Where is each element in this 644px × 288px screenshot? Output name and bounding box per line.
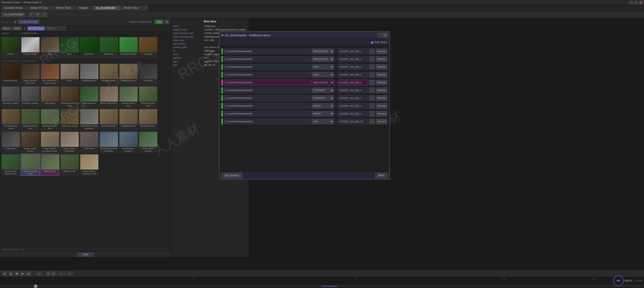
list-item[interactable]: Huge Canyon Sandstone <box>60 131 79 153</box>
lib-remove-btn-5[interactable]: Remove <box>376 80 387 85</box>
lib-name-input-10[interactable] <box>338 119 368 124</box>
lib-type-select-1[interactable]: MEGASCANS <box>311 49 334 54</box>
lib-type-select-3[interactable]: HDRI <box>311 64 334 70</box>
list-item[interactable]: Cactus <box>1 36 20 59</box>
list-item[interactable]: Wooden Sticks And Twigs <box>60 86 79 108</box>
lib-dots-btn-2[interactable]: ⋯ <box>369 56 375 62</box>
lib-name-input-1[interactable] <box>338 49 368 54</box>
lib-type-select-6[interactable]: AXTERIOR <box>311 88 334 93</box>
timeline-play-btn[interactable]: ▶ <box>20 271 25 276</box>
list-item[interactable]: Firewood Pack <box>1 63 20 85</box>
tab-geometry-script[interactable]: Geometry Script × <box>1 6 27 11</box>
lib-name-input-5[interactable] <box>338 80 368 85</box>
lib-name-input-6[interactable] <box>338 88 368 93</box>
list-item[interactable]: plant assorted <box>79 86 99 108</box>
lib-remove-btn-2[interactable]: Remove <box>376 56 387 62</box>
addlib-add-library-btn[interactable]: Add Library <box>375 41 387 44</box>
info-btn[interactable]: i <box>42 12 47 17</box>
list-item[interactable]: Trash Bag <box>138 63 157 85</box>
list-item[interactable]: Wooden Ammo Crate <box>138 86 157 108</box>
tab-python-shell[interactable]: Python Shell × <box>53 6 75 11</box>
list-item[interactable]: Nordic Beach Ground <box>138 131 157 153</box>
atlas-filter[interactable]: Atlas ▾ <box>12 26 22 30</box>
lib-remove-btn-1[interactable]: Remove <box>376 49 387 54</box>
lib-name-input-3[interactable] <box>338 64 368 70</box>
list-item[interactable]: Mossy Nordic Beach Rock <box>1 154 20 176</box>
list-item[interactable]: Chipped Marble <box>21 36 40 59</box>
list-item[interactable]: Trash Bag <box>1 131 20 153</box>
new-tab-btn[interactable]: + <box>144 6 148 10</box>
list-item[interactable]: plant <box>60 36 79 59</box>
list-item[interactable]: plant <box>40 36 59 59</box>
list-item[interactable]: Military Wooden Box <box>21 108 40 131</box>
tab-close-icon[interactable]: × <box>116 7 118 9</box>
timeline-playhead[interactable] <box>34 285 37 288</box>
list-item[interactable]: rock_sandstone_r Desert_rkhtq <box>40 63 59 85</box>
lib-remove-btn-4[interactable]: Remove <box>376 72 387 77</box>
list-item[interactable]: Sandbag Barrier <box>99 63 118 85</box>
timeline-end-btn[interactable]: ⏭ <box>26 271 31 276</box>
list-item[interactable]: rotted debris <box>40 86 59 108</box>
lib-dots-btn-6[interactable]: ⋯ <box>369 88 375 93</box>
tab-motion-fx[interactable]: Motion FX View × <box>28 6 53 11</box>
list-item[interactable]: Huge Icelandic Lava Cliff <box>21 63 40 85</box>
abort-btn[interactable]: Abort <box>375 173 387 178</box>
timeline-record-btn[interactable]: ● <box>46 271 51 276</box>
list-item[interactable]: structure_cement <box>1 86 20 108</box>
tab-close-icon[interactable]: × <box>49 7 50 9</box>
list-item[interactable]: structure_cement <box>21 86 40 108</box>
lib-remove-btn-10[interactable]: Remove <box>376 119 387 124</box>
lib-name-input-2[interactable] <box>338 56 368 62</box>
lib-remove-btn-6[interactable]: Remove <box>376 88 387 93</box>
lib-dots-btn-8[interactable]: ⋯ <box>369 103 375 109</box>
list-item[interactable]: plant ferns <box>79 36 99 59</box>
list-item[interactable]: Construction rubble assembly <box>79 108 99 131</box>
list-item[interactable]: Sandbag Barrier <box>79 63 99 85</box>
list-item[interactable]: Wooden Ammo Box <box>119 86 138 108</box>
tab-close-icon[interactable]: × <box>23 7 24 9</box>
list-item[interactable]: Sandbag Barrier <box>119 63 138 85</box>
tab-render-view[interactable]: Render View × <box>121 6 143 11</box>
lib-remove-btn-9[interactable]: Remove <box>376 111 387 116</box>
list-item[interactable]: Nordic Beach Rock Formation <box>99 131 118 153</box>
tab-close-icon[interactable]: × <box>89 7 90 9</box>
list-item[interactable]: Rock Pack <box>79 131 99 153</box>
scan-btn[interactable]: Scan <box>77 253 94 257</box>
add-btn[interactable]: Add <box>155 20 163 24</box>
timeline-prev-btn[interactable]: ◀ <box>8 271 13 276</box>
tab-textport[interactable]: Textport × <box>76 6 92 11</box>
lib-dots-btn-10[interactable]: ⋯ <box>369 119 375 124</box>
list-item[interactable]: Huge Canyon Sandstone Cliff <box>79 154 99 176</box>
filter-types-btn[interactable]: ▤ Filter Types <box>27 26 45 30</box>
frame-input[interactable]: 1 <box>35 272 43 276</box>
nav-forward-btn[interactable]: → <box>6 20 9 23</box>
lib-dots-btn-1[interactable]: ⋯ <box>369 49 375 54</box>
list-item[interactable]: Wooden Ammo Crate <box>1 108 20 131</box>
list-item[interactable]: Huge Canyon Sandstone Mesa <box>40 131 59 153</box>
list-item[interactable]: Military Trunk <box>40 154 59 176</box>
search-input[interactable] <box>46 26 66 30</box>
lib-dots-btn-4[interactable]: ⋯ <box>369 72 375 77</box>
set-libraries-btn[interactable]: Set Libraries <box>221 173 242 178</box>
list-item[interactable]: Sandbag Barrier <box>119 108 138 131</box>
timeline-loop-btn[interactable]: ⟳ <box>51 271 56 276</box>
timeline-start-btn[interactable]: ⏮ <box>2 271 7 276</box>
maximize-btn[interactable]: □ <box>634 1 638 4</box>
list-item[interactable]: Broken Wall Piece <box>99 86 118 108</box>
lib-remove-btn-8[interactable]: Remove <box>376 103 387 109</box>
addlib-close-btn[interactable]: × <box>383 33 387 37</box>
settings-btn[interactable]: ⚙ <box>35 12 41 17</box>
list-item[interactable]: Military Wooden Box <box>40 108 59 131</box>
list-item[interactable]: Nordic Beach Boulder <box>119 131 138 153</box>
lib-name-input-4[interactable] <box>338 72 368 77</box>
lib-remove-btn-3[interactable]: Remove <box>376 64 387 70</box>
list-item[interactable]: wood_root_medis <box>60 108 79 131</box>
minimize-btn[interactable]: − <box>629 1 633 4</box>
list-item[interactable]: Rock <box>60 63 79 85</box>
list-item[interactable]: Military Crate <box>60 154 79 176</box>
tags-filter[interactable]: Tags ▾ <box>2 26 11 30</box>
lib-type-select-4[interactable]: HDRI <box>311 72 334 77</box>
lib-remove-btn-7[interactable]: Remove <box>376 95 387 101</box>
lib-dots-btn-5[interactable]: ⋯ <box>369 80 375 85</box>
tab-ms-assethandler[interactable]: ms_AssetHandler × <box>93 6 121 11</box>
